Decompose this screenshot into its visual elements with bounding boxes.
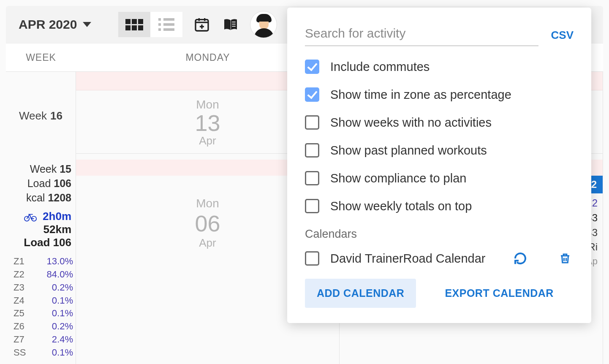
zone-label: Z5: [14, 307, 24, 320]
grid-icon: [125, 19, 143, 30]
zone-row: Z30.2%: [14, 281, 73, 294]
zone-value: 0.1%: [52, 307, 73, 320]
zone-row: SS0.1%: [14, 346, 73, 359]
option-label: Show past planned workouts: [330, 144, 487, 158]
refresh-icon[interactable]: [512, 250, 529, 267]
search-field-wrapper: [305, 23, 538, 46]
option-label: Show weekly totals on top: [330, 199, 472, 213]
zone-row: Z72.4%: [14, 333, 73, 346]
option-label: Show compliance to plan: [330, 171, 466, 185]
option-label: Show time in zone as percentage: [330, 88, 511, 102]
zone-row: Z50.1%: [14, 307, 73, 320]
zone-value: 2.4%: [52, 333, 73, 346]
settings-panel: CSV Include commutesShow time in zone as…: [287, 8, 591, 323]
avatar[interactable]: [250, 11, 277, 38]
zone-value: 84.0%: [47, 268, 73, 281]
grid-view-button[interactable]: [118, 12, 150, 37]
week-15-kcal: kcal 1208: [6, 191, 71, 205]
zone-row: Z284.0%: [14, 268, 73, 281]
week-15-load: Load 106: [6, 177, 71, 191]
zone-row: Z40.1%: [14, 294, 73, 307]
date-label: APR 2020: [19, 17, 77, 32]
zone-label: Z6: [14, 320, 24, 333]
search-input[interactable]: [305, 23, 538, 46]
option-row[interactable]: Show time in zone as percentage: [305, 87, 574, 102]
checkbox[interactable]: [305, 143, 319, 158]
option-label: Include commutes: [330, 60, 430, 74]
header-week: WEEK: [6, 43, 76, 71]
week-16-label: Week16: [6, 72, 76, 160]
svg-rect-8: [232, 24, 236, 24]
add-calendar-button[interactable]: ADD CALENDAR: [305, 279, 416, 308]
bike-icon: [24, 212, 37, 222]
calendar-label: David TrainerRoad Calendar: [330, 252, 501, 266]
svg-rect-6: [231, 19, 231, 30]
delete-icon[interactable]: [557, 250, 574, 267]
zone-breakdown: Z113.0%Z284.0%Z30.2%Z40.1%Z50.1%Z60.2%Z7…: [6, 249, 76, 359]
calendars-heading: Calendars: [305, 228, 574, 241]
zone-row: Z60.2%: [14, 320, 73, 333]
option-row[interactable]: Show weekly totals on top: [305, 199, 574, 213]
zone-label: SS: [14, 346, 26, 359]
week-15-totals: 2h0m 52km Load 106: [6, 205, 76, 249]
zone-label: Z1: [14, 255, 24, 268]
week-16-sidebar: Week16: [6, 72, 76, 160]
option-row[interactable]: Show past planned workouts: [305, 143, 574, 158]
list-icon: [158, 18, 174, 31]
zone-label: Z2: [14, 268, 24, 281]
zone-value: 0.1%: [52, 294, 73, 307]
options-list: Include commutesShow time in zone as per…: [305, 46, 574, 213]
option-label: Show weeks with no activities: [330, 116, 492, 130]
manual-button[interactable]: [221, 15, 240, 34]
total-duration: 2h0m: [43, 210, 71, 223]
week-15-sidebar: Week 15 Load 106 kcal 1208 2h0m 52km Loa…: [6, 160, 76, 364]
zone-value: 0.2%: [52, 320, 73, 333]
zone-label: Z3: [14, 281, 24, 294]
export-calendar-button[interactable]: EXPORT CALENDAR: [433, 279, 566, 308]
week-15-label: Week 15: [6, 162, 71, 177]
checkbox[interactable]: [305, 199, 319, 213]
option-row[interactable]: Show compliance to plan: [305, 171, 574, 185]
checkbox[interactable]: [305, 251, 319, 266]
zone-value: 13.0%: [47, 255, 73, 268]
total-load: Load 106: [24, 236, 71, 249]
chevron-down-icon: [83, 22, 91, 27]
svg-rect-7: [232, 22, 236, 22]
date-picker[interactable]: APR 2020: [19, 17, 91, 32]
csv-button[interactable]: CSV: [551, 29, 574, 46]
option-row[interactable]: Show weeks with no activities: [305, 115, 574, 130]
list-view-button[interactable]: [150, 12, 182, 37]
view-toggle: [118, 12, 182, 37]
zone-row: Z113.0%: [14, 255, 73, 268]
checkbox[interactable]: [305, 115, 319, 130]
total-distance: 52km: [44, 223, 72, 236]
svg-rect-9: [232, 26, 236, 27]
add-event-button[interactable]: [193, 15, 211, 34]
option-row[interactable]: Include commutes: [305, 60, 574, 74]
polarized-label: Polarized: [6, 359, 76, 364]
checkbox[interactable]: [305, 87, 319, 102]
activity-extra: 2: [591, 179, 597, 190]
zone-value: 0.2%: [52, 281, 73, 294]
zone-value: 0.1%: [52, 346, 73, 359]
checkbox[interactable]: [305, 171, 319, 185]
calendar-item[interactable]: David TrainerRoad Calendar: [305, 250, 574, 267]
checkbox[interactable]: [305, 60, 319, 74]
zone-label: Z7: [14, 333, 24, 346]
zone-label: Z4: [14, 294, 24, 307]
